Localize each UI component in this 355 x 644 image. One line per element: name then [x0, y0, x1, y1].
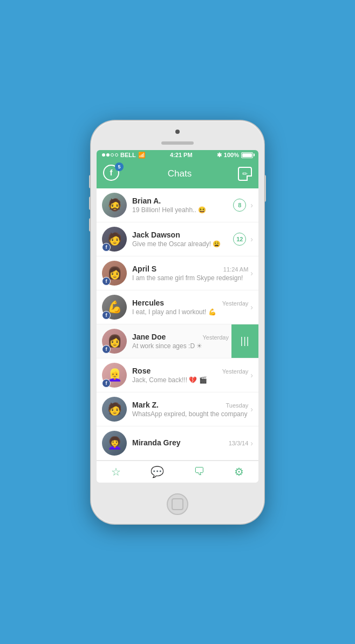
speaker [161, 141, 194, 145]
chat-preview-jack: Give me the Oscar already! 😩 [132, 240, 233, 248]
screen: BELL 📶 4:21 PM ✱ 100% f 5 Chats [97, 150, 258, 483]
tab-icon-settings: ⚙ [234, 465, 244, 478]
carrier-label: BELL [120, 152, 136, 158]
chat-time-jane: Yesterday [202, 334, 229, 341]
phone-frame: BELL 📶 4:21 PM ✱ 100% f 5 Chats [91, 121, 264, 524]
home-button[interactable] [167, 493, 188, 515]
fb-badge-hercules: f [102, 311, 111, 320]
chat-info-mark: Mark Z. Tuesday WhatsApp expired, bought… [132, 401, 248, 418]
home-button-inner [172, 498, 183, 510]
chat-top-jack: Jack Dawson [132, 231, 233, 239]
tab-icon-messages: 💬 [151, 465, 164, 478]
chat-top-april: April S 11:24 AM [132, 265, 248, 273]
chat-top-rose: Rose Yesterday [132, 367, 248, 375]
chat-name-april: April S [132, 265, 156, 273]
chat-name-brian: Brian A. [132, 196, 161, 205]
chat-name-rose: Rose [132, 367, 151, 375]
fb-badge-rose: f [102, 379, 111, 388]
avatar-wrap-jack: 🧑 f [102, 227, 127, 252]
camera [175, 130, 180, 134]
signal-dot-2 [106, 153, 110, 157]
avatar-miranda: 👩‍🦱 [102, 431, 127, 456]
chat-top-jane: Jane Doe Yesterday [132, 333, 229, 341]
chat-preview-brian: 19 Billion! Hell yeahh.. 😆 [132, 206, 233, 214]
chat-item-jane[interactable]: 👩 f Jane Doe Yesterday At work since age… [97, 324, 258, 358]
chat-item-jack[interactable]: 🧑 f Jack Dawson Give me the Oscar alread… [97, 222, 258, 256]
header-title: Chats [168, 168, 192, 179]
swipe-dots: ||| [240, 335, 249, 347]
chevron-icon-jack: › [250, 235, 253, 243]
avatar-wrap-april: 👩 f [102, 261, 127, 286]
tab-settings[interactable]: ⚙ [234, 465, 244, 478]
swipe-action-jane[interactable]: ||| [231, 324, 258, 358]
phone-bottom [97, 488, 258, 515]
avatar-wrap-brian: 🧔 [102, 193, 127, 218]
chat-preview-mark: WhatsApp expired, bought the company [132, 410, 248, 418]
chevron-icon-april: › [250, 269, 253, 277]
avatar-wrap-rose: 👱‍♀️ f [102, 363, 127, 388]
tab-messages[interactable]: 💬 [151, 465, 164, 478]
status-bar: BELL 📶 4:21 PM ✱ 100% [97, 150, 258, 160]
chat-item-miranda[interactable]: 👩‍🦱 Miranda Grey 13/3/14 › [97, 426, 258, 460]
chat-item-april[interactable]: 👩 f April S 11:24 AM I am the same girl … [97, 256, 258, 290]
chat-name-mark: Mark Z. [132, 401, 159, 409]
fb-badge-april: f [102, 277, 111, 286]
unread-badge-jack: 12 [233, 233, 246, 246]
chat-time-miranda: 13/3/14 [229, 440, 249, 446]
avatar-wrap-jane: 👩 f [102, 329, 127, 354]
chat-item-mark[interactable]: 🧑 Mark Z. Tuesday WhatsApp expired, boug… [97, 392, 258, 426]
chevron-icon-miranda: › [250, 439, 253, 448]
avatar-brian: 🧔 [102, 193, 127, 218]
tab-bar: ☆💬🗨⚙ [97, 460, 258, 483]
signal-dot-1 [102, 153, 105, 157]
chat-item-brian[interactable]: 🧔 Brian A. 19 Billion! Hell yeahh.. 😆 8 … [97, 188, 258, 222]
volume-down-button [89, 196, 91, 210]
chat-preview-jane: At work since ages :D ☀ [132, 342, 229, 350]
chat-item-rose[interactable]: 👱‍♀️ f Rose Yesterday Jack, Come back!!!… [97, 358, 258, 392]
chat-name-hercules: Hercules [132, 299, 164, 307]
compose-icon-symbol: ✏ [242, 170, 248, 178]
tab-icon-favorites: ☆ [111, 465, 121, 478]
chat-info-brian: Brian A. 19 Billion! Hell yeahh.. 😆 [132, 196, 233, 214]
chat-info-rose: Rose Yesterday Jack, Come back!!! 💔 🎬 [132, 367, 248, 384]
tab-favorites[interactable]: ☆ [111, 465, 121, 478]
battery-pct-label: 100% [224, 152, 239, 158]
chevron-icon-mark: › [250, 405, 253, 413]
chevron-icon-rose: › [250, 371, 253, 379]
chat-info-jane: Jane Doe Yesterday At work since ages :D… [132, 333, 229, 350]
chat-top-hercules: Hercules Yesterday [132, 299, 248, 307]
facebook-nav-button[interactable]: f 5 [103, 165, 121, 183]
bluetooth-icon: ✱ [217, 152, 222, 159]
chat-name-jane: Jane Doe [132, 333, 166, 341]
app-header: f 5 Chats ✏ [97, 160, 258, 188]
chevron-icon-brian: › [250, 201, 253, 209]
tab-chats[interactable]: 🗨 [194, 465, 204, 478]
volume-up-button [89, 175, 91, 188]
facebook-badge: 5 [115, 162, 124, 171]
chat-name-jack: Jack Dawson [132, 231, 180, 239]
compose-button[interactable]: ✏ [238, 167, 252, 181]
chat-time-april: 11:24 AM [223, 266, 248, 273]
signal-dot-4 [115, 153, 118, 157]
fb-badge-jack: f [102, 243, 111, 252]
chat-preview-hercules: I eat, I play and I workout! 💪 [132, 308, 248, 316]
chat-top-miranda: Miranda Grey 13/3/14 [132, 438, 248, 447]
avatar-mark: 🧑 [102, 397, 127, 422]
phone-top [97, 130, 258, 147]
chat-top-brian: Brian A. [132, 196, 233, 205]
chat-top-mark: Mark Z. Tuesday [132, 401, 248, 409]
mute-button [89, 218, 91, 232]
avatar-wrap-mark: 🧑 [102, 397, 127, 422]
chat-preview-rose: Jack, Come back!!! 💔 🎬 [132, 376, 248, 384]
chat-item-hercules[interactable]: 💪 f Hercules Yesterday I eat, I play and… [97, 290, 258, 324]
battery-icon [241, 152, 253, 158]
power-button [264, 175, 266, 202]
tab-icon-chats: 🗨 [194, 465, 204, 478]
chat-time-hercules: Yesterday [222, 300, 249, 307]
chat-info-april: April S 11:24 AM I am the same girl frm … [132, 265, 248, 282]
chat-list: 🧔 Brian A. 19 Billion! Hell yeahh.. 😆 8 … [97, 188, 258, 460]
chat-info-jack: Jack Dawson Give me the Oscar already! 😩 [132, 231, 233, 248]
fb-badge-jane: f [102, 345, 111, 354]
wifi-icon: 📶 [138, 152, 146, 159]
chat-preview-april: I am the same girl frm Skype redesign! [132, 274, 248, 282]
